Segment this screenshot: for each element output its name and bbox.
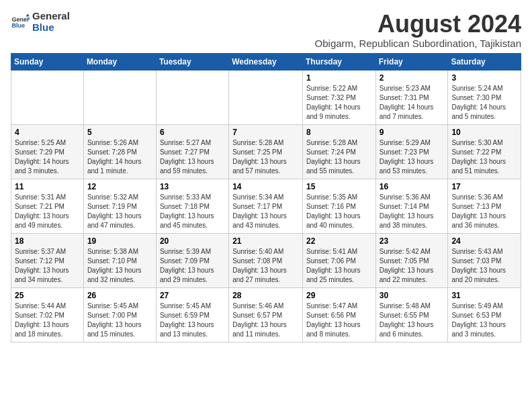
col-header-saturday: Saturday: [448, 53, 521, 70]
logo-icon: General Blue: [11, 13, 30, 32]
svg-text:Blue: Blue: [11, 22, 25, 29]
day-cell: 31Sunrise: 5:49 AM Sunset: 6:53 PM Dayli…: [448, 287, 521, 342]
day-cell: 1Sunrise: 5:22 AM Sunset: 7:32 PM Daylig…: [302, 70, 375, 124]
day-number: 17: [451, 182, 517, 191]
day-info: Sunrise: 5:41 AM Sunset: 7:06 PM Dayligh…: [306, 247, 372, 285]
day-cell: [83, 70, 156, 124]
calendar-table: SundayMondayTuesdayWednesdayThursdayFrid…: [11, 53, 521, 342]
day-cell: 23Sunrise: 5:42 AM Sunset: 7:05 PM Dayli…: [375, 233, 448, 287]
day-cell: 30Sunrise: 5:48 AM Sunset: 6:55 PM Dayli…: [375, 287, 448, 342]
day-info: Sunrise: 5:36 AM Sunset: 7:13 PM Dayligh…: [451, 193, 517, 230]
day-cell: 9Sunrise: 5:29 AM Sunset: 7:23 PM Daylig…: [375, 124, 448, 179]
week-row-2: 4Sunrise: 5:25 AM Sunset: 7:29 PM Daylig…: [11, 124, 521, 179]
day-info: Sunrise: 5:45 AM Sunset: 6:59 PM Dayligh…: [160, 302, 225, 339]
header: General Blue General Blue August 2024 Ob…: [11, 11, 521, 49]
day-info: Sunrise: 5:42 AM Sunset: 7:05 PM Dayligh…: [380, 247, 445, 285]
day-info: Sunrise: 5:29 AM Sunset: 7:23 PM Dayligh…: [380, 138, 445, 176]
day-info: Sunrise: 5:25 AM Sunset: 7:29 PM Dayligh…: [15, 138, 80, 176]
day-info: Sunrise: 5:26 AM Sunset: 7:28 PM Dayligh…: [87, 138, 152, 176]
day-info: Sunrise: 5:23 AM Sunset: 7:31 PM Dayligh…: [380, 84, 445, 122]
day-cell: 10Sunrise: 5:30 AM Sunset: 7:22 PM Dayli…: [448, 124, 521, 179]
day-number: 4: [15, 128, 80, 137]
day-number: 30: [380, 291, 445, 300]
day-cell: 27Sunrise: 5:45 AM Sunset: 6:59 PM Dayli…: [156, 287, 228, 342]
svg-marker-2: [26, 13, 30, 16]
day-cell: 11Sunrise: 5:31 AM Sunset: 7:21 PM Dayli…: [11, 179, 84, 233]
day-cell: 5Sunrise: 5:26 AM Sunset: 7:28 PM Daylig…: [83, 124, 156, 179]
day-number: 25: [15, 291, 80, 300]
day-number: 22: [306, 236, 372, 246]
day-number: 28: [232, 291, 299, 300]
day-cell: [156, 70, 228, 124]
day-info: Sunrise: 5:45 AM Sunset: 7:00 PM Dayligh…: [87, 302, 152, 339]
day-number: 23: [380, 236, 445, 246]
calendar-title: August 2024: [315, 11, 521, 38]
day-cell: 14Sunrise: 5:34 AM Sunset: 7:17 PM Dayli…: [229, 179, 303, 233]
day-cell: [229, 70, 303, 124]
day-cell: 17Sunrise: 5:36 AM Sunset: 7:13 PM Dayli…: [448, 179, 521, 233]
day-info: Sunrise: 5:28 AM Sunset: 7:25 PM Dayligh…: [232, 138, 299, 176]
day-number: 24: [451, 236, 517, 246]
week-row-3: 11Sunrise: 5:31 AM Sunset: 7:21 PM Dayli…: [11, 179, 521, 233]
day-number: 18: [15, 236, 80, 246]
week-row-4: 18Sunrise: 5:37 AM Sunset: 7:12 PM Dayli…: [11, 233, 521, 287]
day-number: 1: [306, 73, 372, 83]
day-info: Sunrise: 5:38 AM Sunset: 7:10 PM Dayligh…: [87, 247, 152, 285]
day-cell: 28Sunrise: 5:46 AM Sunset: 6:57 PM Dayli…: [229, 287, 303, 342]
day-info: Sunrise: 5:22 AM Sunset: 7:32 PM Dayligh…: [306, 84, 372, 122]
day-number: 14: [232, 182, 299, 191]
day-number: 27: [160, 291, 225, 300]
day-cell: 2Sunrise: 5:23 AM Sunset: 7:31 PM Daylig…: [375, 70, 448, 124]
logo: General Blue General Blue: [11, 11, 70, 33]
header-row: SundayMondayTuesdayWednesdayThursdayFrid…: [11, 53, 521, 70]
day-cell: 25Sunrise: 5:44 AM Sunset: 7:02 PM Dayli…: [11, 287, 84, 342]
day-cell: 20Sunrise: 5:39 AM Sunset: 7:09 PM Dayli…: [156, 233, 228, 287]
day-number: 12: [87, 182, 152, 191]
day-cell: 7Sunrise: 5:28 AM Sunset: 7:25 PM Daylig…: [229, 124, 303, 179]
day-cell: 6Sunrise: 5:27 AM Sunset: 7:27 PM Daylig…: [156, 124, 228, 179]
calendar-subtitle: Obigarm, Republican Subordination, Tajik…: [315, 38, 521, 49]
day-cell: 24Sunrise: 5:43 AM Sunset: 7:03 PM Dayli…: [448, 233, 521, 287]
day-cell: 16Sunrise: 5:36 AM Sunset: 7:14 PM Dayli…: [375, 179, 448, 233]
day-cell: 18Sunrise: 5:37 AM Sunset: 7:12 PM Dayli…: [11, 233, 84, 287]
day-cell: 22Sunrise: 5:41 AM Sunset: 7:06 PM Dayli…: [302, 233, 375, 287]
day-cell: 3Sunrise: 5:24 AM Sunset: 7:30 PM Daylig…: [448, 70, 521, 124]
day-number: 13: [160, 182, 225, 191]
day-info: Sunrise: 5:33 AM Sunset: 7:18 PM Dayligh…: [160, 193, 225, 230]
day-info: Sunrise: 5:49 AM Sunset: 6:53 PM Dayligh…: [451, 302, 517, 339]
day-info: Sunrise: 5:27 AM Sunset: 7:27 PM Dayligh…: [160, 138, 225, 176]
day-info: Sunrise: 5:39 AM Sunset: 7:09 PM Dayligh…: [160, 247, 225, 285]
day-number: 2: [380, 73, 445, 83]
col-header-monday: Monday: [83, 53, 156, 70]
day-cell: 26Sunrise: 5:45 AM Sunset: 7:00 PM Dayli…: [83, 287, 156, 342]
day-number: 20: [160, 236, 225, 246]
day-cell: 29Sunrise: 5:47 AM Sunset: 6:56 PM Dayli…: [302, 287, 375, 342]
day-info: Sunrise: 5:47 AM Sunset: 6:56 PM Dayligh…: [306, 302, 372, 339]
col-header-wednesday: Wednesday: [229, 53, 303, 70]
day-cell: 4Sunrise: 5:25 AM Sunset: 7:29 PM Daylig…: [11, 124, 84, 179]
day-info: Sunrise: 5:44 AM Sunset: 7:02 PM Dayligh…: [15, 302, 80, 339]
day-number: 19: [87, 236, 152, 246]
day-cell: 8Sunrise: 5:28 AM Sunset: 7:24 PM Daylig…: [302, 124, 375, 179]
col-header-thursday: Thursday: [302, 53, 375, 70]
day-info: Sunrise: 5:31 AM Sunset: 7:21 PM Dayligh…: [15, 193, 80, 230]
day-number: 5: [87, 128, 152, 137]
day-number: 15: [306, 182, 372, 191]
week-row-5: 25Sunrise: 5:44 AM Sunset: 7:02 PM Dayli…: [11, 287, 521, 342]
svg-text:General: General: [11, 15, 30, 22]
logo-line1: General: [32, 11, 70, 22]
day-number: 26: [87, 291, 152, 300]
day-number: 6: [160, 128, 225, 137]
day-number: 7: [232, 128, 299, 137]
day-info: Sunrise: 5:37 AM Sunset: 7:12 PM Dayligh…: [15, 247, 80, 285]
day-info: Sunrise: 5:40 AM Sunset: 7:08 PM Dayligh…: [232, 247, 299, 285]
day-info: Sunrise: 5:48 AM Sunset: 6:55 PM Dayligh…: [380, 302, 445, 339]
day-number: 21: [232, 236, 299, 246]
day-info: Sunrise: 5:28 AM Sunset: 7:24 PM Dayligh…: [306, 138, 372, 176]
day-number: 16: [380, 182, 445, 191]
day-info: Sunrise: 5:24 AM Sunset: 7:30 PM Dayligh…: [451, 84, 517, 122]
title-area: August 2024 Obigarm, Republican Subordin…: [315, 11, 521, 49]
day-info: Sunrise: 5:32 AM Sunset: 7:19 PM Dayligh…: [87, 193, 152, 230]
day-number: 3: [451, 73, 517, 83]
day-number: 11: [15, 182, 80, 191]
